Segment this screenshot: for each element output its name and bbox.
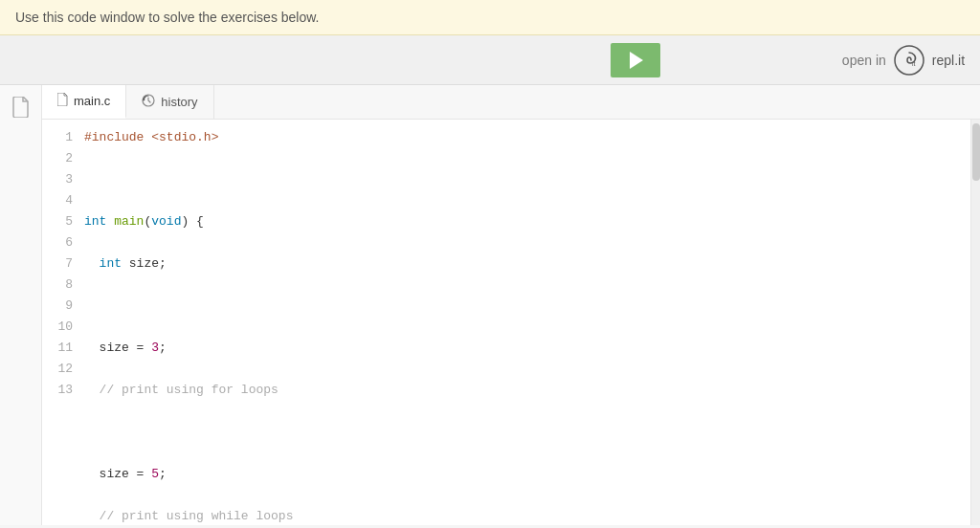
code-line-10: // print using while loops xyxy=(84,506,963,525)
code-line-7: // print using for loops xyxy=(84,380,963,401)
main-layout: open in it repl.it xyxy=(0,35,980,525)
code-line-6: size = 3; xyxy=(84,338,963,359)
vertical-scrollbar[interactable] xyxy=(970,120,980,525)
tab-history-label: history xyxy=(161,95,197,109)
scrollbar-thumb[interactable] xyxy=(972,123,980,181)
open-in-replit[interactable]: open in it repl.it xyxy=(842,45,965,76)
code-line-4: int size; xyxy=(84,253,963,275)
svg-point-0 xyxy=(895,46,924,75)
play-icon xyxy=(630,52,643,69)
instruction-text: Use this code window to solve the exerci… xyxy=(15,10,320,25)
file-sidebar-icon[interactable] xyxy=(12,97,30,122)
toolbar: open in it repl.it xyxy=(0,35,980,85)
run-button-wrapper xyxy=(429,43,842,77)
sidebar xyxy=(0,85,42,525)
code-line-2 xyxy=(84,169,963,190)
code-line-3: int main(void) { xyxy=(84,211,963,232)
line-numbers: 1 2 3 4 5 6 7 8 9 10 11 12 13 xyxy=(42,120,84,525)
code-line-8 xyxy=(84,422,963,443)
replit-text: repl.it xyxy=(932,53,965,68)
open-in-label: open in xyxy=(842,53,886,68)
code-area[interactable]: 1 2 3 4 5 6 7 8 9 10 11 12 13 #include <… xyxy=(42,120,980,525)
svg-text:it: it xyxy=(912,60,916,67)
code-line-5 xyxy=(84,296,963,317)
editor-area: main.c history xyxy=(0,85,980,525)
code-line-1: #include <stdio.h> xyxy=(84,127,963,148)
tabs-bar: main.c history xyxy=(42,85,980,120)
file-tab-icon xyxy=(57,93,68,109)
editor-pane: main.c history xyxy=(42,85,980,525)
tab-main-c-label: main.c xyxy=(74,94,110,108)
run-button[interactable] xyxy=(611,43,660,77)
history-tab-icon xyxy=(142,94,155,110)
tab-history[interactable]: history xyxy=(126,85,213,119)
instruction-bar: Use this code window to solve the exerci… xyxy=(0,0,980,35)
replit-logo-icon: it xyxy=(894,45,924,76)
code-content[interactable]: #include <stdio.h> int main(void) { int … xyxy=(84,120,970,525)
code-line-9: size = 5; xyxy=(84,464,963,485)
tab-main-c[interactable]: main.c xyxy=(42,85,126,119)
